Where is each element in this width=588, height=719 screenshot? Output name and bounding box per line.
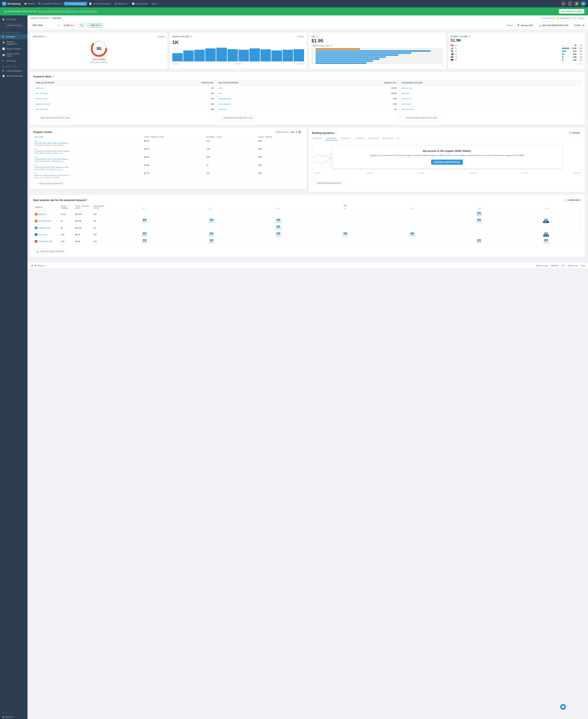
- related-kw-link-1[interactable]: seos: [218, 87, 223, 89]
- keyword-search-input[interactable]: [30, 23, 56, 28]
- ranking-dynamics-info-icon[interactable]: ⓘ: [335, 132, 337, 134]
- serp-more-icon[interactable]: ···: [301, 131, 304, 134]
- result-title-link[interactable]: 18 Best SEO Tools That SEO Experts ...: [35, 158, 71, 160]
- similar-kw-link-3[interactable]: best seo tool: [36, 98, 47, 100]
- pricing-link[interactable]: Choose your preferred subscription plan …: [37, 10, 97, 13]
- serp-image-icon[interactable]: 🖼: [298, 131, 301, 134]
- result-title-link[interactable]: The Only 29 Free SEO Tools You Need...: [35, 166, 71, 168]
- see-pricing-button[interactable]: SEE PRICING PLANS: [559, 9, 584, 14]
- similar-kw-view-report-button[interactable]: → VIEW DETAILED REPORT (182): [35, 115, 72, 120]
- add-button[interactable]: +: [561, 1, 566, 6]
- nav-keyword-research[interactable]: 🔑 Keyword Research: [64, 2, 87, 6]
- footer-help-icon[interactable]: ?: [46, 264, 47, 267]
- related-kw-view-report-button[interactable]: → VIEW DETAILED REPORT (743): [218, 115, 255, 120]
- nav-more[interactable]: More ▾: [150, 2, 160, 6]
- footer-report-bug-link[interactable]: Report a bug: [536, 264, 548, 267]
- sidebar-item-organic-serp-history[interactable]: 📅 Organic SERP History: [0, 52, 27, 58]
- low-vol-view-report-button[interactable]: → VIEW DETAILED REPORT (1,185): [401, 115, 440, 120]
- row-prev-icon[interactable]: ‹: [110, 233, 111, 236]
- domain-link[interactable]: semrush.com: [35, 220, 58, 222]
- nav-content-marketing[interactable]: 📝 Content Marketing ▾: [88, 2, 112, 6]
- unlock-badge[interactable]: UNLOCK: [208, 221, 215, 223]
- export-button[interactable]: ⬆ EXPORT: [567, 131, 582, 135]
- ads-view-report-button[interactable]: 📊 VIEW DETAILED REPORT: [33, 249, 67, 254]
- country-code[interactable]: US: [455, 50, 562, 52]
- upgrade-subscription-button[interactable]: UPGRADE SUBSCRIPTION: [431, 160, 463, 165]
- unlock-badge[interactable]: UNLOCK: [275, 221, 282, 223]
- unlock-badge[interactable]: UNLOCK: [275, 235, 282, 237]
- more-about-difficulty-link[interactable]: More about Difficulty: [90, 61, 107, 63]
- tab-12months[interactable]: 12 MONTHS: [325, 137, 338, 140]
- result-title-link[interactable]: 27 Simple and Free SEO Tools [Updat...: [35, 150, 71, 152]
- create-project-button[interactable]: + CREATE PROJECT: [2, 23, 26, 28]
- domain-link[interactable]: moz.com: [35, 233, 58, 236]
- sidebar-item-organic-results[interactable]: 📈 Organic Results: [0, 46, 27, 52]
- low-vol-link-5[interactable]: xenu seo tool: [401, 108, 413, 111]
- unlock-badge[interactable]: UNLOCK: [141, 235, 148, 237]
- flag-icon[interactable]: 🚩: [567, 1, 573, 6]
- unlock-badge[interactable]: #3767: [543, 235, 549, 237]
- search-engine-selector[interactable]: G 🇨🇦 CA ▾: [62, 23, 76, 28]
- nav-projects[interactable]: 📁 Projects: [23, 2, 36, 6]
- related-kw-link-3[interactable]: marketing seo: [218, 98, 231, 100]
- unlock-badge[interactable]: UNLOCK: [141, 241, 148, 243]
- search-volume-info-icon[interactable]: ⓘ: [190, 35, 192, 38]
- footer-minimize-button[interactable]: ◀ Minimize: [35, 264, 45, 267]
- chat-bubble-button[interactable]: 💬: [560, 704, 566, 710]
- footer-api-link[interactable]: API: [562, 264, 565, 267]
- competition-info-icon[interactable]: ⓘ: [331, 44, 332, 47]
- unlock-badge[interactable]: UNLOCK: [208, 235, 215, 237]
- add-to-button[interactable]: + ADD TO ▾: [87, 23, 103, 28]
- row-prev-icon[interactable]: ‹: [110, 213, 111, 216]
- currency-selector[interactable]: $ USD: [572, 23, 585, 28]
- low-vol-link-1[interactable]: tools for seo: [401, 87, 413, 89]
- serp-star-icon[interactable]: ★: [295, 131, 297, 134]
- next-page-arrow[interactable]: ›: [452, 63, 453, 65]
- sidebar-item-keyword-manager[interactable]: 📋 Keyword Manager: [0, 73, 27, 79]
- unlock-badge[interactable]: UNLOCK: [141, 221, 148, 223]
- bulk-keyword-analysis-button[interactable]: 📊 BULK KEYWORD ANALYSIS: [537, 23, 571, 28]
- cpc-info-icon[interactable]: ⓘ: [316, 35, 319, 38]
- footer-help-link[interactable]: Help: [581, 264, 585, 267]
- related-kw-link-2[interactable]: seo: [218, 92, 222, 95]
- low-vol-link-2[interactable]: tools seo: [401, 92, 410, 95]
- unlock-badge[interactable]: UNLOCK: [476, 214, 483, 216]
- unlock-badge[interactable]: UNLOCK: [476, 221, 483, 223]
- related-kw-link-5[interactable]: tools seo: [218, 108, 227, 111]
- leave-feedback-link[interactable]: Leave feedback: [541, 17, 555, 19]
- sidebar-item-expand-database[interactable]: 🗄 Expand Database: [0, 68, 27, 73]
- breadcrumb-parent[interactable]: Keyword Research: [30, 17, 49, 19]
- nav-competitive-research[interactable]: 🔍 Competitive Research: [37, 2, 63, 6]
- notification-bell-icon[interactable]: 🔔: [574, 1, 579, 6]
- row-next-icon[interactable]: ›: [580, 233, 581, 236]
- country-code[interactable]: DE: [455, 59, 562, 61]
- tab-30months[interactable]: 30 MONTHS: [367, 137, 380, 140]
- tab-24months[interactable]: 24 MONTHS: [353, 137, 366, 140]
- country-code[interactable]: IN: [455, 47, 562, 49]
- row-prev-icon[interactable]: ‹: [110, 220, 111, 222]
- ranking-dynamics-view-report-button[interactable]: → VIEW DETAILED REPORT: [312, 181, 344, 185]
- domain-link[interactable]: jasper.ai: [35, 213, 58, 216]
- similar-kw-link-1[interactable]: tools seo: [36, 87, 44, 89]
- sidebar-item-overview[interactable]: ⊞ Overview: [0, 34, 27, 39]
- unlock-badge[interactable]: UNLOCK: [408, 235, 416, 237]
- country-code[interactable]: CA: [455, 44, 562, 46]
- low-vol-link-4[interactable]: tool for seo: [401, 103, 411, 105]
- unlock-badge[interactable]: UNLOCK: [275, 228, 282, 230]
- unlock-badge[interactable]: UNLOCK: [342, 235, 349, 237]
- keyword-ideas-info-icon[interactable]: ⓘ: [52, 75, 54, 78]
- low-vol-link-3[interactable]: tools of seo: [401, 98, 412, 100]
- domain-link[interactable]: capterra.com: [35, 226, 58, 229]
- tab-all[interactable]: ALL: [396, 137, 401, 140]
- row-next-icon[interactable]: ›: [580, 240, 581, 243]
- user-avatar[interactable]: AN: [581, 1, 586, 6]
- similar-kw-link-5[interactable]: best seo tools: [36, 108, 48, 111]
- domain-link[interactable]: conductor.com: [35, 240, 58, 243]
- global-volume-info-icon[interactable]: ⓘ: [469, 35, 471, 38]
- expand-ads-button[interactable]: ⤢ EXPAND ADS: [563, 198, 582, 202]
- result-title-link[interactable]: Moz Free SEO Checkers & Premium S...: [35, 174, 71, 177]
- tab-36months[interactable]: 36 MONTHS: [382, 137, 394, 140]
- nav-backlinks[interactable]: 🔗 Backlinks ▾: [113, 2, 130, 6]
- sidebar-item-ads-history[interactable]: $ Ads History: [0, 58, 27, 63]
- date-picker-button[interactable]: 📅 January 2023: [515, 23, 535, 28]
